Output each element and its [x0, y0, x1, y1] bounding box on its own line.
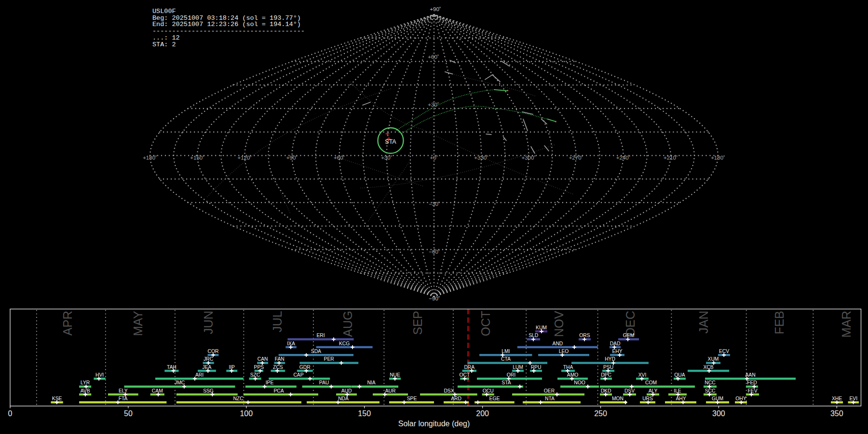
svg-text:+240˚: +240˚	[616, 155, 631, 161]
svg-text:PCA: PCA	[273, 388, 284, 393]
svg-text:APR: APR	[61, 311, 74, 336]
svg-text:IPE: IPE	[266, 380, 274, 385]
svg-text:CAM: CAM	[152, 388, 163, 393]
svg-text:+90˚: +90˚	[286, 155, 298, 161]
svg-text:CTA: CTA	[501, 356, 511, 362]
svg-text:ARI: ARI	[195, 372, 203, 378]
svg-text:ZCS: ZCS	[273, 365, 283, 370]
svg-text:SSG: SSG	[203, 388, 214, 393]
svg-text:IIP: IIP	[229, 365, 235, 370]
svg-text:STA: STA	[385, 138, 396, 145]
svg-text:LYR: LYR	[81, 380, 90, 385]
svg-text:PAU: PAU	[319, 380, 329, 385]
svg-text:+30˚: +30˚	[381, 155, 392, 161]
svg-text:TAH: TAH	[167, 365, 176, 370]
svg-text:+330˚: +330˚	[474, 155, 488, 161]
svg-text:+60˚: +60˚	[428, 54, 439, 60]
svg-text:+30˚: +30˚	[428, 102, 439, 108]
svg-text:OHY: OHY	[735, 396, 746, 401]
svg-text:JAN: JAN	[697, 311, 710, 334]
svg-text:HYD: HYD	[605, 356, 615, 362]
svg-text:ERI: ERI	[316, 333, 325, 338]
svg-text:MAR: MAR	[840, 311, 853, 338]
svg-text:SZC: SZC	[250, 372, 260, 378]
svg-text:MAY: MAY	[131, 311, 145, 336]
svg-text:AND: AND	[553, 341, 563, 346]
svg-text:PSU: PSU	[603, 365, 613, 370]
svg-text:ORI: ORI	[507, 372, 515, 378]
svg-text:XCB: XCB	[703, 365, 713, 370]
svg-text:JMC: JMC	[175, 380, 185, 385]
svg-text:NZC: NZC	[233, 396, 244, 401]
svg-text:+150˚: +150˚	[190, 155, 204, 161]
svg-text:LMI: LMI	[502, 349, 510, 354]
svg-text:STA: STA	[502, 380, 511, 385]
svg-text:DRA: DRA	[464, 365, 475, 370]
svg-text:AHY: AHY	[676, 396, 686, 401]
svg-text:AUD: AUD	[341, 388, 352, 393]
svg-text:NOO: NOO	[574, 380, 585, 385]
svg-text:200: 200	[476, 409, 489, 418]
svg-text:ELY: ELY	[119, 388, 128, 393]
svg-text:GDR: GDR	[299, 365, 311, 370]
svg-text:LUM: LUM	[513, 365, 523, 370]
svg-text:FAN: FAN	[275, 356, 285, 362]
svg-text:THA: THA	[563, 365, 573, 370]
svg-text:...: 12: ...: 12	[152, 34, 180, 41]
svg-text:CAP: CAP	[293, 372, 303, 378]
svg-text:AMO: AMO	[567, 372, 578, 378]
svg-text:------------------------------: ---------------------------------------	[152, 27, 305, 35]
svg-text:+210˚: +210˚	[664, 155, 678, 161]
svg-text:−60˚: −60˚	[429, 249, 440, 255]
svg-text:+0˚: +0˚	[430, 155, 438, 161]
svg-text:−30˚: −30˚	[429, 201, 440, 207]
svg-text:ARD: ARD	[451, 396, 461, 401]
svg-text:JEA: JEA	[203, 365, 212, 370]
svg-text:150: 150	[358, 409, 371, 418]
svg-text:XVI: XVI	[638, 372, 647, 378]
svg-text:DSX: DSX	[444, 388, 454, 393]
svg-text:FEV: FEV	[747, 388, 757, 393]
svg-text:Solar longitude (deg): Solar longitude (deg)	[398, 420, 470, 428]
svg-text:LEO: LEO	[559, 349, 569, 354]
svg-text:XHE: XHE	[832, 396, 842, 401]
svg-text:100: 100	[240, 409, 253, 418]
svg-text:+60˚: +60˚	[334, 155, 345, 161]
svg-text:FED: FED	[747, 380, 757, 385]
svg-text:SPE: SPE	[407, 396, 417, 401]
svg-text:SCC: SCC	[705, 388, 716, 393]
svg-text:KCG: KCG	[339, 341, 350, 346]
svg-text:AAN: AAN	[745, 372, 755, 378]
svg-text:NCC: NCC	[705, 380, 716, 385]
svg-text:DSV: DSV	[624, 388, 635, 393]
svg-text:IXA: IXA	[287, 341, 295, 346]
svg-text:+120˚: +120˚	[237, 155, 252, 161]
svg-text:USL00F: USL00F	[152, 8, 176, 15]
svg-text:SLD: SLD	[529, 333, 538, 338]
svg-text:+180˚: +180˚	[711, 155, 725, 161]
svg-text:300: 300	[712, 409, 725, 418]
svg-text:ECV: ECV	[719, 349, 729, 354]
svg-text:ALY: ALY	[649, 388, 658, 393]
svg-text:NTA: NTA	[545, 396, 555, 401]
svg-text:50: 50	[124, 409, 133, 418]
svg-text:+90˚: +90˚	[430, 6, 441, 12]
svg-text:NOV: NOV	[552, 311, 566, 337]
svg-text:AUG: AUG	[341, 311, 354, 337]
svg-text:350: 350	[830, 409, 843, 418]
svg-text:+180˚: +180˚	[143, 155, 157, 161]
svg-text:NUE: NUE	[390, 372, 400, 378]
svg-text:KSE: KSE	[52, 396, 62, 401]
svg-text:URS: URS	[642, 396, 653, 401]
svg-text:RPU: RPU	[531, 365, 542, 370]
svg-text:GEM: GEM	[623, 333, 634, 338]
svg-text:AVB: AVB	[81, 388, 90, 393]
svg-text:JUN: JUN	[202, 311, 215, 335]
svg-text:EHY: EHY	[612, 349, 622, 354]
svg-text:COM: COM	[645, 380, 657, 385]
svg-text:0: 0	[8, 409, 13, 418]
svg-text:JUL: JUL	[271, 311, 284, 332]
svg-text:PER: PER	[324, 356, 334, 362]
svg-text:ILE: ILE	[674, 388, 681, 393]
svg-text:SDA: SDA	[311, 349, 321, 354]
